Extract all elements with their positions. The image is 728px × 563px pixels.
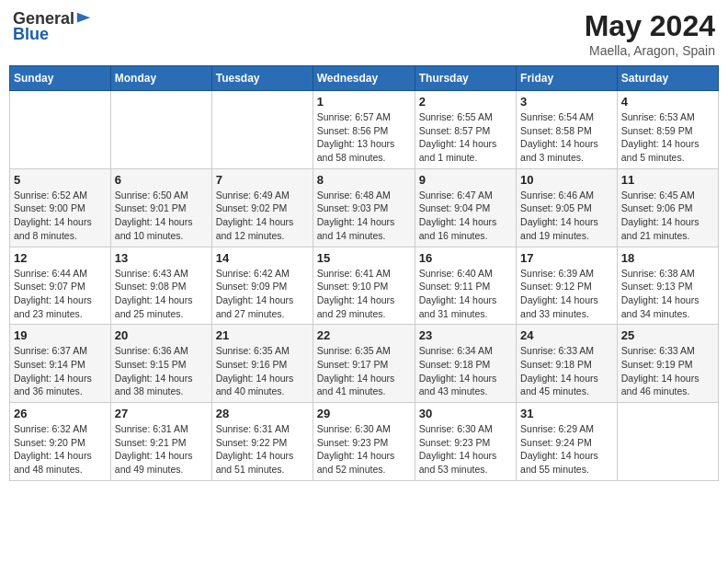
day-number: 6 <box>115 173 208 187</box>
calendar-cell: 28Sunrise: 6:31 AM Sunset: 9:22 PM Dayli… <box>211 403 313 481</box>
calendar-cell <box>617 403 718 481</box>
calendar-cell: 4Sunrise: 6:53 AM Sunset: 8:59 PM Daylig… <box>617 91 718 169</box>
calendar-week-row: 12Sunrise: 6:44 AM Sunset: 9:07 PM Dayli… <box>10 247 719 325</box>
calendar-cell: 1Sunrise: 6:57 AM Sunset: 8:56 PM Daylig… <box>313 91 415 169</box>
calendar-cell: 7Sunrise: 6:49 AM Sunset: 9:02 PM Daylig… <box>211 168 313 247</box>
day-info: Sunrise: 6:45 AM Sunset: 9:06 PM Dayligh… <box>621 189 714 243</box>
logo-flag-icon <box>75 11 92 28</box>
calendar-cell: 20Sunrise: 6:36 AM Sunset: 9:15 PM Dayli… <box>110 325 211 403</box>
weekday-header-tuesday: Tuesday <box>211 66 313 91</box>
calendar-cell: 27Sunrise: 6:31 AM Sunset: 9:21 PM Dayli… <box>110 403 211 481</box>
day-info: Sunrise: 6:50 AM Sunset: 9:01 PM Dayligh… <box>115 189 208 243</box>
calendar-table: SundayMondayTuesdayWednesdayThursdayFrid… <box>9 65 719 481</box>
calendar-cell: 14Sunrise: 6:42 AM Sunset: 9:09 PM Dayli… <box>211 247 313 325</box>
calendar-cell: 5Sunrise: 6:52 AM Sunset: 9:00 PM Daylig… <box>10 168 111 247</box>
location: Maella, Aragon, Spain <box>585 43 715 58</box>
day-number: 11 <box>621 173 714 187</box>
day-info: Sunrise: 6:52 AM Sunset: 9:00 PM Dayligh… <box>14 189 107 243</box>
day-info: Sunrise: 6:30 AM Sunset: 9:23 PM Dayligh… <box>419 422 512 477</box>
day-number: 7 <box>216 173 309 187</box>
weekday-header-sunday: Sunday <box>10 66 111 91</box>
day-info: Sunrise: 6:36 AM Sunset: 9:15 PM Dayligh… <box>115 344 208 398</box>
calendar-week-row: 26Sunrise: 6:32 AM Sunset: 9:20 PM Dayli… <box>10 403 719 481</box>
day-info: Sunrise: 6:39 AM Sunset: 9:12 PM Dayligh… <box>520 267 613 321</box>
weekday-header-friday: Friday <box>517 66 618 91</box>
day-info: Sunrise: 6:46 AM Sunset: 9:05 PM Dayligh… <box>520 189 613 243</box>
calendar-cell: 17Sunrise: 6:39 AM Sunset: 9:12 PM Dayli… <box>517 247 618 325</box>
day-number: 13 <box>115 251 208 265</box>
day-number: 18 <box>621 251 714 265</box>
day-number: 2 <box>419 95 512 109</box>
day-info: Sunrise: 6:29 AM Sunset: 9:24 PM Dayligh… <box>520 422 613 477</box>
calendar-cell <box>10 91 111 169</box>
calendar-cell: 25Sunrise: 6:33 AM Sunset: 9:19 PM Dayli… <box>617 325 718 403</box>
day-number: 21 <box>216 328 309 342</box>
logo: General Blue <box>13 9 92 44</box>
day-info: Sunrise: 6:35 AM Sunset: 9:17 PM Dayligh… <box>317 344 411 398</box>
calendar-cell: 8Sunrise: 6:48 AM Sunset: 9:03 PM Daylig… <box>313 168 415 247</box>
calendar-cell <box>110 91 211 169</box>
day-number: 25 <box>621 328 714 342</box>
calendar-cell: 16Sunrise: 6:40 AM Sunset: 9:11 PM Dayli… <box>415 247 516 325</box>
day-info: Sunrise: 6:38 AM Sunset: 9:13 PM Dayligh… <box>621 267 714 321</box>
day-info: Sunrise: 6:54 AM Sunset: 8:58 PM Dayligh… <box>520 110 613 165</box>
calendar-cell <box>211 91 313 169</box>
day-number: 4 <box>621 95 714 109</box>
day-info: Sunrise: 6:31 AM Sunset: 9:21 PM Dayligh… <box>115 422 208 477</box>
day-number: 19 <box>14 328 107 342</box>
day-number: 10 <box>520 173 613 187</box>
svg-marker-0 <box>77 12 90 22</box>
day-number: 12 <box>14 251 107 265</box>
day-info: Sunrise: 6:40 AM Sunset: 9:11 PM Dayligh… <box>419 267 512 321</box>
calendar-cell: 30Sunrise: 6:30 AM Sunset: 9:23 PM Dayli… <box>415 403 516 481</box>
day-info: Sunrise: 6:41 AM Sunset: 9:10 PM Dayligh… <box>317 267 411 321</box>
day-number: 29 <box>317 407 411 420</box>
day-number: 31 <box>520 407 613 420</box>
calendar-cell: 15Sunrise: 6:41 AM Sunset: 9:10 PM Dayli… <box>313 247 415 325</box>
day-info: Sunrise: 6:42 AM Sunset: 9:09 PM Dayligh… <box>216 267 309 321</box>
day-info: Sunrise: 6:44 AM Sunset: 9:07 PM Dayligh… <box>14 267 107 321</box>
day-number: 15 <box>317 251 411 265</box>
day-info: Sunrise: 6:30 AM Sunset: 9:23 PM Dayligh… <box>317 422 411 477</box>
day-number: 20 <box>115 328 208 342</box>
weekday-header-row: SundayMondayTuesdayWednesdayThursdayFrid… <box>10 66 719 91</box>
day-number: 9 <box>419 173 512 187</box>
calendar-week-row: 1Sunrise: 6:57 AM Sunset: 8:56 PM Daylig… <box>10 91 719 169</box>
day-number: 8 <box>317 173 411 187</box>
calendar-cell: 19Sunrise: 6:37 AM Sunset: 9:14 PM Dayli… <box>10 325 111 403</box>
day-number: 3 <box>520 95 613 109</box>
day-number: 22 <box>317 328 411 342</box>
calendar-week-row: 5Sunrise: 6:52 AM Sunset: 9:00 PM Daylig… <box>10 168 719 247</box>
calendar-cell: 12Sunrise: 6:44 AM Sunset: 9:07 PM Dayli… <box>10 247 111 325</box>
weekday-header-wednesday: Wednesday <box>313 66 415 91</box>
weekday-header-saturday: Saturday <box>617 66 718 91</box>
calendar-cell: 22Sunrise: 6:35 AM Sunset: 9:17 PM Dayli… <box>313 325 415 403</box>
day-info: Sunrise: 6:37 AM Sunset: 9:14 PM Dayligh… <box>14 344 107 398</box>
day-number: 16 <box>419 251 512 265</box>
day-number: 26 <box>14 407 107 420</box>
calendar-cell: 13Sunrise: 6:43 AM Sunset: 9:08 PM Dayli… <box>110 247 211 325</box>
day-number: 14 <box>216 251 309 265</box>
weekday-header-monday: Monday <box>110 66 211 91</box>
day-info: Sunrise: 6:55 AM Sunset: 8:57 PM Dayligh… <box>419 110 512 165</box>
day-number: 30 <box>419 407 512 420</box>
day-number: 17 <box>520 251 613 265</box>
day-number: 27 <box>115 407 208 420</box>
day-number: 1 <box>317 95 411 109</box>
day-info: Sunrise: 6:49 AM Sunset: 9:02 PM Dayligh… <box>216 189 309 243</box>
calendar-cell: 21Sunrise: 6:35 AM Sunset: 9:16 PM Dayli… <box>211 325 313 403</box>
day-info: Sunrise: 6:33 AM Sunset: 9:19 PM Dayligh… <box>621 344 714 398</box>
day-info: Sunrise: 6:47 AM Sunset: 9:04 PM Dayligh… <box>419 189 512 243</box>
day-info: Sunrise: 6:53 AM Sunset: 8:59 PM Dayligh… <box>621 110 714 165</box>
calendar-cell: 3Sunrise: 6:54 AM Sunset: 8:58 PM Daylig… <box>517 91 618 169</box>
day-number: 5 <box>14 173 107 187</box>
calendar-cell: 11Sunrise: 6:45 AM Sunset: 9:06 PM Dayli… <box>617 168 718 247</box>
calendar-cell: 23Sunrise: 6:34 AM Sunset: 9:18 PM Dayli… <box>415 325 516 403</box>
day-info: Sunrise: 6:31 AM Sunset: 9:22 PM Dayligh… <box>216 422 309 477</box>
month-title: May 2024 <box>585 9 715 43</box>
day-info: Sunrise: 6:34 AM Sunset: 9:18 PM Dayligh… <box>419 344 512 398</box>
day-number: 23 <box>419 328 512 342</box>
calendar-cell: 2Sunrise: 6:55 AM Sunset: 8:57 PM Daylig… <box>415 91 516 169</box>
day-info: Sunrise: 6:57 AM Sunset: 8:56 PM Dayligh… <box>317 110 411 165</box>
calendar-cell: 26Sunrise: 6:32 AM Sunset: 9:20 PM Dayli… <box>10 403 111 481</box>
